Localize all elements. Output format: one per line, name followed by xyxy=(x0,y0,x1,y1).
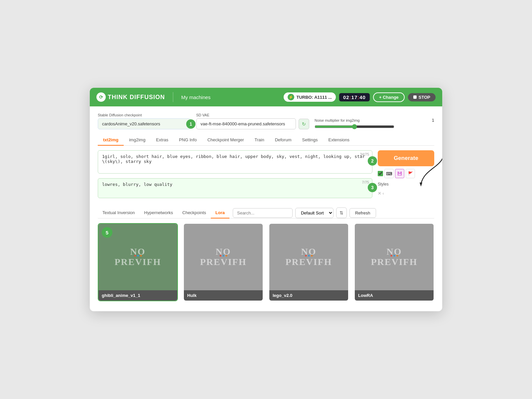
app-window: ⟳ THINK DIFFUSION My machines ⚡ TURBO: A… xyxy=(90,88,442,311)
tab-deforum[interactable]: Deforum xyxy=(270,135,297,146)
topbar-right: ⚡ TURBO: A1111 ... 02:17:40 + Change STO… xyxy=(284,92,436,102)
lora-search-wrap: Default Sort Name Date ⇅ Refresh xyxy=(233,207,376,218)
step-badge-2: 2 xyxy=(368,156,377,166)
checkpoint-input[interactable] xyxy=(98,118,191,129)
main-tabs-row: txt2img img2img Extras PNG Info Checkpoi… xyxy=(98,135,434,146)
prompts-generate-row: 34/75 1girl, solo, short hair, blue eyes… xyxy=(98,150,434,203)
refresh-button[interactable]: Refresh xyxy=(349,208,376,218)
checkpoint-label: Stable Diffusion checkpoint xyxy=(98,113,191,117)
noise-group: Noise multiplier for img2img 1 xyxy=(315,118,434,129)
topbar: ⟳ THINK DIFFUSION My machines ⚡ TURBO: A… xyxy=(90,88,442,106)
card-name-0: ghibli_anime_v1_1 xyxy=(98,290,177,301)
styles-flag-btn[interactable]: 🚩 xyxy=(406,169,415,178)
svg-rect-1 xyxy=(398,174,401,175)
styles-input-row: ⌨ 🚩 xyxy=(378,169,434,178)
styles-keyboard-btn[interactable]: ⌨ xyxy=(384,169,394,178)
timer: 02:17:40 xyxy=(339,93,370,101)
right-col: Generate ⌨ 🚩 xyxy=(378,150,434,203)
checkpoint-input-wrap: 1 xyxy=(98,118,191,129)
noise-label: Noise multiplier for img2img xyxy=(315,118,360,122)
dot-red-3 xyxy=(390,255,392,257)
my-machines-link[interactable]: My machines xyxy=(181,94,210,100)
card-dots-1 xyxy=(219,255,227,257)
noise-header: Noise multiplier for img2img 1 xyxy=(315,118,434,123)
logo-divider xyxy=(173,92,173,102)
lora-tab-hypernetworks[interactable]: Hypernetworks xyxy=(140,207,178,218)
turbo-icon: ⚡ xyxy=(288,94,294,100)
vae-label: SD VAE xyxy=(196,113,309,117)
card-dots-0 xyxy=(134,255,142,257)
lora-search-input[interactable] xyxy=(233,208,293,218)
timer-minutes: 17 xyxy=(351,94,358,100)
tab-extensions[interactable]: Extensions xyxy=(323,135,355,146)
turbo-badge: ⚡ TURBO: A1111 ... xyxy=(284,92,335,102)
step-badge-3: 3 xyxy=(368,183,377,192)
dot-red-1 xyxy=(219,255,221,257)
lora-tabs-row: Textual Inversion Hypernetworks Checkpoi… xyxy=(98,207,434,218)
tab-img2img[interactable]: img2img xyxy=(124,135,151,146)
no-preview-text-3: NOPREVIFH xyxy=(371,247,418,267)
negative-prompt-input[interactable]: lowres, blurry, low quality xyxy=(98,178,372,198)
dot-orange-3 xyxy=(396,255,398,257)
positive-prompt-area: 34/75 1girl, solo, short hair, blue eyes… xyxy=(98,150,372,175)
styles-checkbox[interactable] xyxy=(378,171,383,176)
stop-icon xyxy=(413,95,417,99)
tab-settings[interactable]: Settings xyxy=(297,135,323,146)
lora-card-0[interactable]: 5 NOPREVIFH ghibli_anime_v1_1 xyxy=(98,223,178,301)
generate-button[interactable]: Generate xyxy=(378,150,434,166)
dot-blue-2 xyxy=(308,255,310,257)
styles-label: Styles xyxy=(378,182,389,187)
lora-tab-lora[interactable]: Lora xyxy=(211,207,229,218)
styles-badge-wrap: Styles 4 xyxy=(378,181,434,187)
negative-prompt-counter: 7/75 xyxy=(362,180,369,184)
no-preview-text-1: NOPREVIFH xyxy=(200,247,247,267)
lora-tab-checkpoints[interactable]: Checkpoints xyxy=(178,207,211,218)
step-badge-5: 5 xyxy=(102,227,112,238)
sort-direction-button[interactable]: ⇅ xyxy=(336,207,347,218)
lora-tab-textual-inversion[interactable]: Textual Inversion xyxy=(98,207,140,218)
lora-cards-grid: 5 NOPREVIFH ghibli_anime_v1_1 xyxy=(98,223,434,301)
tab-extras[interactable]: Extras xyxy=(151,135,174,146)
change-button[interactable]: + Change xyxy=(373,92,405,102)
positive-prompt-counter: 34/75 xyxy=(360,152,369,156)
close-icon[interactable]: ✕ ‹ xyxy=(378,191,384,196)
no-preview-text-2: NOPREVIFH xyxy=(286,247,332,267)
dot-orange-2 xyxy=(311,255,313,257)
card-preview-3: NOPREVIFH xyxy=(355,224,434,290)
vae-refresh-button[interactable]: ↻ xyxy=(299,119,309,129)
svg-marker-3 xyxy=(420,183,422,187)
svg-rect-2 xyxy=(399,172,401,173)
stop-label: STOP xyxy=(419,95,430,100)
lora-card-3[interactable]: NOPREVIFH LowRA xyxy=(354,223,434,301)
card-preview-0: 5 NOPREVIFH xyxy=(98,224,177,290)
styles-save-btn[interactable] xyxy=(395,169,404,178)
prompts-col: 34/75 1girl, solo, short hair, blue eyes… xyxy=(98,150,372,203)
positive-prompt-input[interactable]: 1girl, solo, short hair, blue eyes, ribb… xyxy=(98,150,372,174)
dot-blue-1 xyxy=(222,255,224,257)
tab-train[interactable]: Train xyxy=(249,135,270,146)
close-row: ✕ ‹ xyxy=(378,190,434,196)
lora-card-1[interactable]: NOPREVIFH Hulk xyxy=(183,223,263,301)
card-dots-3 xyxy=(390,255,398,257)
turbo-label: TURBO: A1111 ... xyxy=(296,95,332,100)
logo-icon: ⟳ xyxy=(96,92,106,102)
logo: ⟳ THINK DIFFUSION xyxy=(96,92,165,102)
tab-checkpoint-merger[interactable]: Checkpoint Merger xyxy=(202,135,249,146)
no-preview-text-0: NOPREVIFH xyxy=(115,247,161,267)
tab-txt2img[interactable]: txt2img xyxy=(98,135,124,146)
noise-slider[interactable] xyxy=(315,124,394,129)
tab-pnginfo[interactable]: PNG Info xyxy=(174,135,202,146)
card-dots-2 xyxy=(305,255,313,257)
stop-button[interactable]: STOP xyxy=(408,93,436,101)
dot-blue-0 xyxy=(137,255,139,257)
card-name-1: Hulk xyxy=(184,290,263,301)
card-preview-1: NOPREVIFH xyxy=(184,224,263,290)
sort-select[interactable]: Default Sort Name Date xyxy=(295,208,333,218)
step-badge-1: 1 xyxy=(186,119,196,129)
lora-card-2[interactable]: NOPREVIFH lego_v2.0 xyxy=(269,223,349,301)
dot-orange-0 xyxy=(140,255,142,257)
timer-hours: 02 xyxy=(343,94,349,100)
card-preview-2: NOPREVIFH xyxy=(269,224,348,290)
card-name-3: LowRA xyxy=(355,290,434,301)
vae-select[interactable]: vae-ft-mse-840000-ema-pruned.safetensors xyxy=(196,118,296,129)
